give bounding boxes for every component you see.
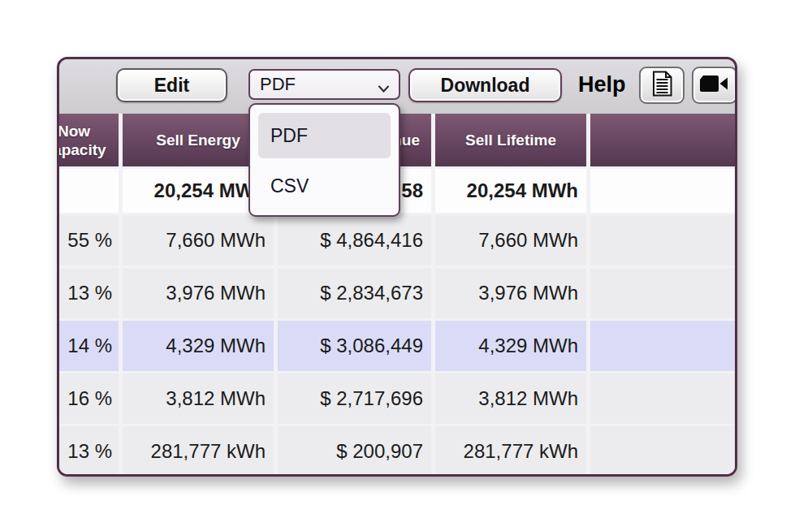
revenue-cell[interactable]: $ 200,907	[278, 426, 431, 477]
total-capacity-cell	[57, 169, 119, 213]
chevron-down-icon	[377, 80, 391, 101]
lifetime-cell[interactable]: 4,329 MWh	[435, 321, 586, 371]
capacity-cell[interactable]: 14 %	[57, 321, 119, 371]
empty-cell[interactable]	[590, 215, 737, 266]
lifetime-cell[interactable]: 7,660 MWh	[435, 215, 586, 266]
revenue-cell[interactable]: $ 3,086,449	[278, 321, 431, 371]
empty-cell[interactable]	[590, 373, 737, 424]
capacity-cell[interactable]: 16 %	[57, 373, 119, 424]
revenue-cell[interactable]: $ 2,834,673	[278, 268, 431, 318]
lifetime-cell[interactable]: 281,777 kWh	[435, 426, 586, 477]
revenue-cell[interactable]: $ 2,717,696	[278, 373, 431, 424]
help-document-button[interactable]	[639, 67, 685, 104]
export-format-value: PDF	[260, 74, 296, 95]
document-icon	[651, 71, 673, 100]
revenue-cell[interactable]: $ 4,864,416	[278, 215, 431, 266]
energy-cell[interactable]: 281,777 kWh	[123, 426, 274, 477]
column-header-sell-lifetime[interactable]: Sell Lifetime	[435, 114, 586, 166]
energy-cell[interactable]: 3,976 MWh	[123, 268, 274, 318]
energy-cell[interactable]: 7,660 MWh	[123, 215, 274, 266]
empty-cell[interactable]	[590, 268, 737, 318]
help-label: Help	[578, 72, 626, 97]
lifetime-cell[interactable]: 3,812 MWh	[435, 373, 586, 424]
capacity-cell[interactable]: 13 %	[57, 426, 119, 477]
capacity-cell[interactable]: 55 %	[57, 215, 119, 266]
empty-cell[interactable]	[590, 321, 737, 371]
energy-cell[interactable]: 4,329 MWh	[123, 321, 274, 371]
video-camera-icon	[700, 74, 729, 97]
energy-cell[interactable]: 3,812 MWh	[123, 373, 274, 424]
export-format-menu: PDF CSV	[248, 103, 400, 217]
total-empty-cell	[590, 169, 737, 213]
report-window: Now Capacity Sell Energy Sell Revenue Se…	[57, 57, 737, 477]
column-header-empty	[590, 114, 737, 166]
total-lifetime-cell: 20,254 MWh	[435, 169, 586, 213]
menu-item-csv[interactable]: CSV	[258, 163, 391, 209]
lifetime-cell[interactable]: 3,976 MWh	[435, 268, 586, 318]
empty-cell[interactable]	[590, 426, 737, 477]
help-video-button[interactable]	[692, 67, 737, 104]
column-header-line2: Capacity	[57, 140, 106, 159]
download-button[interactable]: Download	[408, 68, 562, 102]
edit-button[interactable]: Edit	[116, 68, 227, 102]
export-format-select[interactable]: PDF	[248, 69, 400, 100]
menu-item-pdf[interactable]: PDF	[258, 113, 391, 158]
column-header-line1: Now	[58, 122, 90, 140]
capacity-cell[interactable]: 13 %	[57, 268, 119, 318]
column-header-now-capacity[interactable]: Now Capacity	[57, 114, 119, 166]
